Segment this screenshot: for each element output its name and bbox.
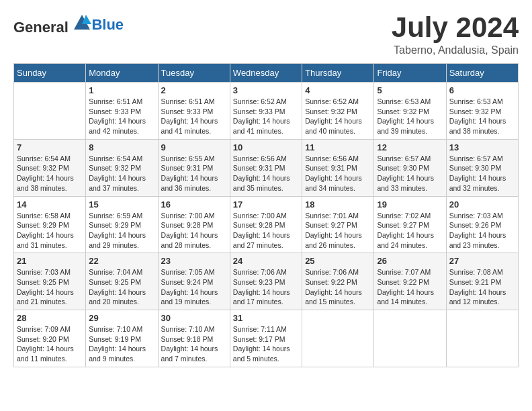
calendar-cell: 3Sunrise: 6:52 AM Sunset: 9:33 PM Daylig… [230,83,302,140]
calendar-cell: 25Sunrise: 7:06 AM Sunset: 9:22 PM Dayli… [302,253,374,310]
calendar-table: SundayMondayTuesdayWednesdayThursdayFrid… [13,63,519,367]
calendar-cell [446,310,518,367]
calendar-cell: 23Sunrise: 7:05 AM Sunset: 9:24 PM Dayli… [158,253,230,310]
calendar-header-saturday: Saturday [446,64,518,83]
day-number: 10 [233,142,299,152]
day-info: Sunrise: 6:57 AM Sunset: 9:30 PM Dayligh… [449,154,515,193]
day-info: Sunrise: 7:10 AM Sunset: 9:19 PM Dayligh… [89,324,154,364]
day-number: 15 [89,199,154,210]
day-number: 5 [377,85,443,95]
calendar-cell: 13Sunrise: 6:57 AM Sunset: 9:30 PM Dayli… [446,139,518,196]
day-number: 9 [161,142,227,152]
calendar-cell: 7Sunrise: 6:54 AM Sunset: 9:32 PM Daylig… [14,139,86,196]
logo-general-text: General [13,19,69,36]
day-number: 13 [449,142,515,152]
day-info: Sunrise: 6:56 AM Sunset: 9:31 PM Dayligh… [233,154,299,193]
calendar-cell: 29Sunrise: 7:10 AM Sunset: 9:19 PM Dayli… [86,310,158,367]
day-number: 6 [449,85,515,95]
calendar-cell: 22Sunrise: 7:04 AM Sunset: 9:25 PM Dayli… [86,253,158,310]
calendar-cell: 8Sunrise: 6:54 AM Sunset: 9:32 PM Daylig… [86,139,158,196]
calendar-cell: 12Sunrise: 6:57 AM Sunset: 9:30 PM Dayli… [374,139,446,196]
calendar-cell [14,83,86,140]
calendar-cell [302,310,374,367]
calendar-cell: 16Sunrise: 7:00 AM Sunset: 9:28 PM Dayli… [158,196,230,253]
day-info: Sunrise: 6:53 AM Sunset: 9:32 PM Dayligh… [377,97,443,136]
month-title: July 2024 [392,13,519,42]
day-info: Sunrise: 6:57 AM Sunset: 9:30 PM Dayligh… [377,154,443,193]
day-number: 4 [305,85,371,95]
day-number: 11 [305,142,371,152]
calendar-cell: 24Sunrise: 7:06 AM Sunset: 9:23 PM Dayli… [230,253,302,310]
day-number: 23 [161,256,227,266]
day-info: Sunrise: 7:04 AM Sunset: 9:25 PM Dayligh… [89,267,154,307]
day-info: Sunrise: 6:58 AM Sunset: 9:29 PM Dayligh… [17,211,83,250]
day-info: Sunrise: 7:06 AM Sunset: 9:22 PM Dayligh… [305,267,371,307]
day-info: Sunrise: 6:52 AM Sunset: 9:33 PM Dayligh… [233,97,299,136]
day-number: 21 [17,256,83,266]
day-number: 17 [233,199,299,210]
day-info: Sunrise: 6:51 AM Sunset: 9:33 PM Dayligh… [161,97,227,136]
day-info: Sunrise: 7:06 AM Sunset: 9:23 PM Dayligh… [233,267,299,307]
calendar-header-monday: Monday [86,64,158,83]
day-info: Sunrise: 7:02 AM Sunset: 9:27 PM Dayligh… [377,211,443,250]
day-info: Sunrise: 6:54 AM Sunset: 9:32 PM Dayligh… [17,154,83,193]
calendar-week-row: 28Sunrise: 7:09 AM Sunset: 9:20 PM Dayli… [14,310,519,367]
calendar-cell: 18Sunrise: 7:01 AM Sunset: 9:27 PM Dayli… [302,196,374,253]
calendar-cell: 27Sunrise: 7:08 AM Sunset: 9:21 PM Dayli… [446,253,518,310]
day-number: 7 [17,142,83,152]
calendar-cell: 31Sunrise: 7:11 AM Sunset: 9:17 PM Dayli… [230,310,302,367]
calendar-cell [374,310,446,367]
calendar-cell: 28Sunrise: 7:09 AM Sunset: 9:20 PM Dayli… [14,310,86,367]
day-info: Sunrise: 6:51 AM Sunset: 9:33 PM Dayligh… [89,97,154,136]
calendar-cell: 15Sunrise: 6:59 AM Sunset: 9:29 PM Dayli… [86,196,158,253]
day-number: 18 [305,199,371,210]
day-number: 19 [377,199,443,210]
day-number: 28 [17,313,83,323]
calendar-cell: 2Sunrise: 6:51 AM Sunset: 9:33 PM Daylig… [158,83,230,140]
calendar-header-wednesday: Wednesday [230,64,302,83]
day-number: 30 [161,313,227,323]
calendar-header-friday: Friday [374,64,446,83]
calendar-cell: 17Sunrise: 7:00 AM Sunset: 9:28 PM Dayli… [230,196,302,253]
day-info: Sunrise: 7:00 AM Sunset: 9:28 PM Dayligh… [161,211,227,250]
calendar-cell: 10Sunrise: 6:56 AM Sunset: 9:31 PM Dayli… [230,139,302,196]
day-number: 16 [161,199,227,210]
title-area: July 2024 Taberno, Andalusia, Spain [392,13,519,56]
calendar-cell: 1Sunrise: 6:51 AM Sunset: 9:33 PM Daylig… [86,83,158,140]
day-info: Sunrise: 6:53 AM Sunset: 9:32 PM Dayligh… [449,97,515,136]
day-info: Sunrise: 7:08 AM Sunset: 9:21 PM Dayligh… [449,267,515,307]
day-number: 22 [89,256,154,266]
calendar-cell: 19Sunrise: 7:02 AM Sunset: 9:27 PM Dayli… [374,196,446,253]
day-number: 1 [89,85,154,95]
day-number: 29 [89,313,154,323]
calendar-cell: 30Sunrise: 7:10 AM Sunset: 9:18 PM Dayli… [158,310,230,367]
calendar-header-row: SundayMondayTuesdayWednesdayThursdayFrid… [14,64,519,83]
day-number: 27 [449,256,515,266]
logo-blue-text: Blue [91,16,124,33]
calendar-cell: 26Sunrise: 7:07 AM Sunset: 9:22 PM Dayli… [374,253,446,310]
calendar-header-sunday: Sunday [14,64,86,83]
day-info: Sunrise: 7:05 AM Sunset: 9:24 PM Dayligh… [161,267,227,307]
day-number: 25 [305,256,371,266]
day-info: Sunrise: 7:07 AM Sunset: 9:22 PM Dayligh… [377,267,443,307]
calendar-cell: 14Sunrise: 6:58 AM Sunset: 9:29 PM Dayli… [14,196,86,253]
day-info: Sunrise: 6:56 AM Sunset: 9:31 PM Dayligh… [305,154,371,193]
day-number: 20 [449,199,515,210]
calendar-cell: 9Sunrise: 6:55 AM Sunset: 9:31 PM Daylig… [158,139,230,196]
day-number: 31 [233,313,299,323]
day-info: Sunrise: 7:01 AM Sunset: 9:27 PM Dayligh… [305,211,371,250]
calendar-week-row: 7Sunrise: 6:54 AM Sunset: 9:32 PM Daylig… [14,139,519,196]
logo: General Blue [13,13,124,36]
day-number: 2 [161,85,227,95]
day-number: 8 [89,142,154,152]
day-info: Sunrise: 6:54 AM Sunset: 9:32 PM Dayligh… [89,154,154,193]
calendar-week-row: 14Sunrise: 6:58 AM Sunset: 9:29 PM Dayli… [14,196,519,253]
day-info: Sunrise: 6:52 AM Sunset: 9:32 PM Dayligh… [305,97,371,136]
calendar-header-thursday: Thursday [302,64,374,83]
day-number: 12 [377,142,443,152]
day-info: Sunrise: 7:00 AM Sunset: 9:28 PM Dayligh… [233,211,299,250]
day-info: Sunrise: 7:10 AM Sunset: 9:18 PM Dayligh… [161,324,227,364]
calendar-cell: 6Sunrise: 6:53 AM Sunset: 9:32 PM Daylig… [446,83,518,140]
location-title: Taberno, Andalusia, Spain [392,44,519,56]
calendar-cell: 11Sunrise: 6:56 AM Sunset: 9:31 PM Dayli… [302,139,374,196]
